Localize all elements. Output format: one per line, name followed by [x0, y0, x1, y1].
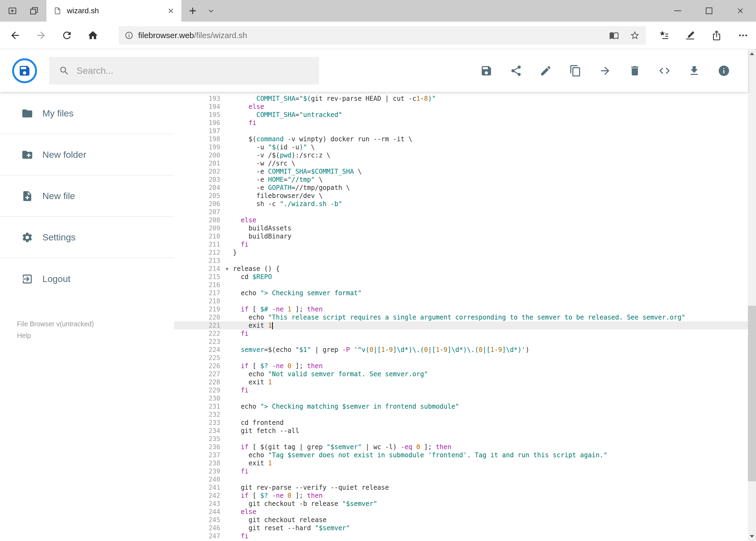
page-scrollbar[interactable] [748, 49, 756, 541]
code-line[interactable]: 213 [174, 257, 748, 265]
code-line[interactable]: 197 [174, 127, 748, 135]
share-file-button[interactable] [510, 65, 522, 77]
delete-button[interactable] [629, 65, 641, 77]
code-line[interactable]: 206 sh -c "./wizard.sh -b" [174, 200, 748, 208]
code-line[interactable]: 244 else [174, 508, 748, 516]
code-line[interactable]: 225 [174, 354, 748, 362]
set-tabs-aside-icon[interactable] [8, 6, 17, 16]
code-line[interactable]: 223 [174, 337, 748, 346]
code-line[interactable]: 224 semver=$(echo "$1" | grep -P '^v(0|[… [174, 346, 748, 354]
code-line[interactable]: 204 -e GOPATH=//tmp/gopath \ [174, 184, 748, 192]
code-line[interactable]: 196 fi [174, 119, 748, 127]
code-line[interactable]: 237 echo "Tag $semver does not exist in … [174, 451, 748, 459]
help-link[interactable]: Help [17, 332, 94, 339]
refresh-button[interactable] [54, 22, 80, 49]
save-button[interactable] [480, 65, 493, 77]
code-line[interactable]: 198 $(command -v winpty) docker run --rm… [174, 135, 748, 143]
code-line[interactable]: 221 exit 1 [174, 321, 748, 329]
address-bar[interactable]: filebrowser.web/files/wizard.sh [119, 26, 646, 45]
window-minimize-button[interactable] [662, 0, 693, 22]
info-button[interactable] [718, 65, 730, 77]
code-line[interactable]: 211 fi [174, 241, 748, 249]
code-line[interactable]: 209 buildAssets [174, 224, 748, 232]
back-button[interactable] [2, 22, 28, 49]
code-line[interactable]: 235 [174, 435, 748, 443]
code-line[interactable]: 241 git rev-parse --verify --quiet relea… [174, 483, 748, 492]
browser-tab[interactable]: wizard.sh [46, 0, 181, 22]
code-line[interactable]: 200 -v /$(pwd):/src:z \ [174, 151, 748, 159]
code-line[interactable]: 233 cd frontend [174, 419, 748, 427]
code-line[interactable]: 215 cd $REPO [174, 273, 748, 281]
code-line[interactable]: 236 if [ $(git tag | grep "$semver" | wc… [174, 443, 748, 451]
home-button[interactable] [80, 22, 106, 49]
window-maximize-button[interactable] [693, 0, 725, 22]
site-info-icon[interactable] [125, 31, 133, 40]
code-line[interactable]: 239 fi [174, 467, 748, 475]
tab-list-chevron-icon[interactable] [202, 0, 220, 22]
code-line[interactable]: 220 echo "This release script requires a… [174, 313, 748, 321]
code-line[interactable]: 228 exit 1 [174, 378, 748, 386]
rename-button[interactable] [540, 65, 552, 77]
code-line[interactable]: 240 [174, 475, 748, 483]
sidebar-item-settings[interactable]: Settings [0, 217, 174, 258]
code-line[interactable]: 195 COMMIT_SHA="untracked" [174, 111, 748, 119]
code-line[interactable]: 230 [174, 394, 748, 402]
code-line[interactable]: 201 -w //src \ [174, 159, 748, 168]
share-icon[interactable] [711, 30, 722, 41]
code-line[interactable]: 227 echo "Not valid semver format. See s… [174, 370, 748, 378]
code-line[interactable]: 219 if [ $# -ne 1 ]; then [174, 305, 748, 313]
code-line[interactable]: 203 -e HOME="//tmp" \ [174, 176, 748, 184]
code-editor[interactable]: 193 COMMIT_SHA="$(git rev-parse HEAD | c… [174, 92, 748, 541]
reading-view-icon[interactable] [609, 31, 619, 40]
download-button[interactable] [688, 65, 700, 77]
sidebar-item-my-files[interactable]: My files [0, 93, 174, 134]
code-line[interactable]: 205 filebrowser/dev \ [174, 192, 748, 200]
web-note-pen-icon[interactable] [685, 30, 695, 41]
code-line-text: cd frontend [220, 419, 284, 427]
sidebar-item-logout[interactable]: Logout [0, 258, 174, 299]
favorites-hub-icon[interactable] [658, 30, 669, 41]
scrollbar-thumb[interactable] [748, 306, 756, 481]
code-line[interactable]: 243 git checkout -b release "$semver" [174, 500, 748, 508]
code-line[interactable]: 208 else [174, 216, 748, 224]
code-line[interactable]: 229 fi [174, 386, 748, 394]
code-line[interactable]: 207 [174, 208, 748, 216]
code-line[interactable]: 194 else [174, 103, 748, 111]
code-line[interactable]: 210 buildBinary [174, 232, 748, 241]
scroll-down-arrow-icon[interactable] [748, 532, 756, 541]
code-line[interactable]: 193 COMMIT_SHA="$(git rev-parse HEAD | c… [174, 95, 748, 103]
code-line[interactable]: 214▾release () { [174, 265, 748, 273]
code-line[interactable]: 246 git reset --hard "$semver" [174, 524, 748, 532]
scroll-up-arrow-icon[interactable] [748, 49, 756, 58]
forward-button[interactable] [28, 22, 54, 49]
code-line[interactable]: 234 git fetch --all [174, 427, 748, 435]
tab-close-icon[interactable] [167, 7, 174, 14]
code-line[interactable]: 247 fi [174, 532, 748, 540]
fold-arrow-icon[interactable]: ▾ [226, 265, 228, 273]
raw-view-button[interactable] [658, 65, 671, 77]
code-line[interactable]: 245 git checkout release [174, 516, 748, 524]
code-line[interactable]: 226 if [ $? -ne 0 ]; then [174, 362, 748, 370]
sidebar-item-new-file[interactable]: New file [0, 176, 174, 217]
code-line[interactable]: 212} [174, 249, 748, 257]
move-button[interactable] [599, 65, 611, 77]
more-options-icon[interactable] [738, 30, 748, 41]
code-line[interactable]: 232 [174, 410, 748, 419]
copy-button[interactable] [569, 65, 582, 77]
code-line[interactable]: 199 -u "$(id -u)" \ [174, 143, 748, 151]
code-line[interactable]: 231 echo "> Checking matching $semver in… [174, 402, 748, 410]
new-tab-button[interactable] [183, 0, 202, 22]
code-line[interactable]: 217 echo "> Checking semver format" [174, 289, 748, 297]
search-input[interactable] [77, 65, 298, 76]
code-line[interactable]: 222 fi [174, 329, 748, 337]
window-close-button[interactable] [725, 0, 756, 22]
sidebar-item-new-folder[interactable]: New folder [0, 134, 174, 176]
tabs-preview-icon[interactable] [29, 6, 39, 16]
code-line[interactable]: 218 [174, 297, 748, 305]
search-bar[interactable] [49, 57, 319, 85]
code-line[interactable]: 216 [174, 281, 748, 289]
code-line[interactable]: 242 if [ $? -ne 0 ]; then [174, 492, 748, 500]
code-line[interactable]: 238 exit 1 [174, 459, 748, 467]
add-favorite-star-icon[interactable] [630, 30, 640, 41]
code-line[interactable]: 202 -e COMMIT_SHA=$COMMIT_SHA \ [174, 168, 748, 176]
